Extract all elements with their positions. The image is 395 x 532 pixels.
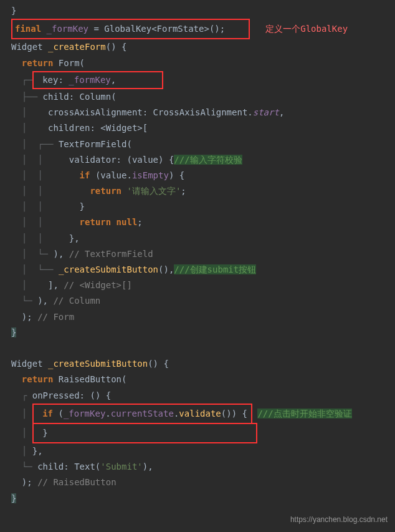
comment-annotation: ///创建submit按钮 bbox=[174, 264, 256, 274]
code-line: Widget _createForm() { bbox=[0, 39, 395, 55]
code-line: └─ child: Text('Submit'), bbox=[0, 459, 395, 475]
code-line: ├── child: Column( bbox=[0, 89, 395, 105]
code-line: } bbox=[0, 3, 395, 19]
code-line: │ }, bbox=[0, 443, 395, 459]
code-line: ┌ onPressed: () { bbox=[0, 388, 395, 404]
code-line: │ └─ ), // TextFormField bbox=[0, 246, 395, 262]
code-line: │ ┌── TextFormField( bbox=[0, 137, 395, 152]
code-line: │ │ return null; bbox=[0, 215, 395, 230]
code-line: │ │ } bbox=[0, 199, 395, 215]
code-editor[interactable]: } final _formKey = GlobalKey<FormState>(… bbox=[0, 3, 395, 506]
code-line: └─ ), // Column bbox=[0, 293, 395, 309]
code-line: │ │ validator: (value) {///输入字符校验 bbox=[0, 152, 395, 168]
code-line: return Form( bbox=[0, 56, 395, 71]
code-line: │ └── _createSubmitButton(),///创建submit按… bbox=[0, 262, 395, 278]
code-line: ); // Form bbox=[0, 309, 395, 325]
code-line: │ │ }, bbox=[0, 231, 395, 246]
watermark-text: https://yanchen.blog.csdn.net bbox=[290, 513, 388, 527]
code-line bbox=[0, 341, 395, 356]
code-line: return RaisedButton( bbox=[0, 372, 395, 387]
code-line: │ │ return '请输入文字'; bbox=[0, 183, 395, 199]
code-line: Widget _createSubmitButton() { bbox=[0, 356, 395, 372]
code-line: } bbox=[0, 491, 395, 506]
code-line: │ } bbox=[0, 424, 395, 443]
code-line: ); // RaisedButton bbox=[0, 475, 395, 490]
code-line: │ │ if (value.isEmpty) { bbox=[0, 168, 395, 183]
code-line: } bbox=[0, 325, 395, 341]
code-line: │ if (_formKey.currentState.validate()) … bbox=[0, 404, 395, 424]
code-line: ┌─ key: _formKey, bbox=[0, 71, 395, 89]
code-line: │ children: <Widget>[ bbox=[0, 120, 395, 136]
annotation-text: 定义一个GlobalKey bbox=[265, 24, 348, 34]
comment-annotation: ///输入字符校验 bbox=[174, 155, 242, 165]
comment-annotation: ///点击时开始非空验证 bbox=[257, 409, 351, 418]
code-line: │ crossAxisAlignment: CrossAxisAlignment… bbox=[0, 105, 395, 120]
code-line: final _formKey = GlobalKey<FormState>();… bbox=[0, 19, 395, 39]
code-line: │ ], // <Widget>[] bbox=[0, 278, 395, 293]
